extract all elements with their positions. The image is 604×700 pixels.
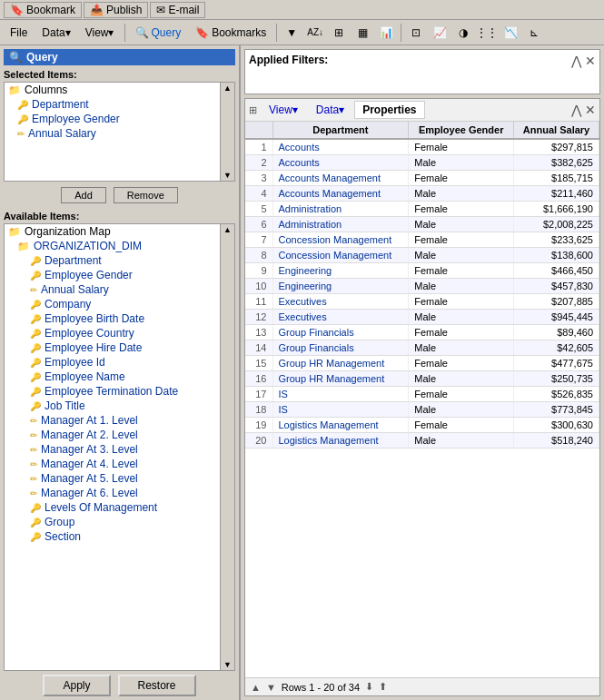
col-gender[interactable]: Employee Gender (409, 122, 514, 139)
table-row[interactable]: 14 Group Financials Male $42,605 (245, 340, 599, 356)
table-row[interactable]: 6 Administration Male $2,008,225 (245, 217, 599, 232)
list-item[interactable]: ✏ Manager At 6. Level (5, 486, 220, 500)
grid-btn[interactable]: ⊞ (328, 23, 350, 43)
row-dept: Accounts Management (272, 186, 409, 202)
list-item[interactable]: ✏ Annual Salary (5, 126, 220, 141)
bookmark-button[interactable]: 🔖 Bookmark (4, 2, 82, 18)
scroll-down-arrow[interactable]: ▼ (222, 171, 233, 180)
list-item[interactable]: ✏ Manager At 2. Level (5, 428, 220, 442)
list-item[interactable]: 📁 Organization Map (5, 224, 220, 239)
scroll-up-arrow[interactable]: ▲ (222, 84, 233, 93)
scroll-up-arrow[interactable]: ▲ (222, 225, 233, 234)
list-item[interactable]: 🔑 Employee Country (5, 326, 220, 340)
list-item[interactable]: 🔑 Levels Of Management (5, 500, 220, 515)
table-row[interactable]: 9 Engineering Female $466,450 (245, 263, 599, 279)
list-item[interactable]: 🔑 Employee Birth Date (5, 311, 220, 326)
chart2-btn[interactable]: 📈 (429, 23, 451, 43)
list-item[interactable]: 🔑 Employee Termination Date (5, 384, 220, 399)
table-row[interactable]: 15 Group HR Management Female $477,675 (245, 356, 599, 371)
list-item[interactable]: 🔑 Employee Hire Date (5, 340, 220, 355)
list-item[interactable]: 📁 ORGANIZATION_DIM (5, 239, 220, 253)
table-row[interactable]: 11 Executives Female $207,885 (245, 294, 599, 310)
list-item[interactable]: ✏ Manager At 3. Level (5, 442, 220, 457)
collapse-icon[interactable]: ⋀ (571, 54, 581, 68)
menu-view[interactable]: View▾ (79, 24, 121, 42)
table-row[interactable]: 13 Group Financials Female $89,460 (245, 325, 599, 340)
item-label: Employee Termination Date (45, 385, 178, 398)
tab-view[interactable]: View▾ (261, 101, 306, 119)
list-item[interactable]: 🔑 Employee Gender (5, 268, 220, 282)
col-department[interactable]: Department (272, 122, 409, 139)
item-label: Employee Gender (45, 269, 133, 281)
line-btn[interactable]: 📉 (500, 23, 521, 43)
table-row[interactable]: 1 Accounts Female $297,815 (245, 139, 599, 155)
list-item[interactable]: ✏ Manager At 5. Level (5, 471, 220, 486)
next-page-sort-arrow[interactable]: ▼ (266, 682, 276, 693)
close-filter-icon[interactable]: ✕ (585, 54, 596, 68)
restore-button[interactable]: Restore (118, 675, 196, 696)
list-item[interactable]: ✏ Manager At 1. Level (5, 413, 220, 428)
publish-button[interactable]: 📤 Publish (84, 2, 148, 18)
table-row[interactable]: 10 Engineering Male $457,830 (245, 279, 599, 294)
col-salary[interactable]: Annual Salary (514, 122, 599, 139)
table-row[interactable]: 5 Administration Female $1,666,190 (245, 202, 599, 217)
table-row[interactable]: 7 Concession Management Female $233,625 (245, 232, 599, 248)
tab-data[interactable]: Data▾ (308, 101, 352, 119)
table-row[interactable]: 19 Logistics Management Female $300,630 (245, 418, 599, 433)
scroll-down-arrow[interactable]: ▼ (222, 660, 233, 669)
chart-bar-btn[interactable]: 📊 (375, 23, 397, 43)
more-charts-btn[interactable]: ⊾ (523, 23, 545, 43)
row-salary: $138,600 (514, 248, 599, 263)
scatter-btn[interactable]: ⋮⋮ (476, 23, 498, 43)
list-item[interactable]: 🔑 Employee Name (5, 370, 220, 384)
item-label: Employee Gender (32, 113, 120, 125)
item-label: Employee Id (45, 356, 105, 369)
table-btn[interactable]: ▦ (352, 23, 373, 43)
table-row[interactable]: 18 IS Male $773,845 (245, 402, 599, 418)
item-label: Annual Salary (41, 283, 109, 296)
table-row[interactable]: 17 IS Female $526,835 (245, 387, 599, 402)
list-item[interactable]: 🔑 Department (5, 97, 220, 112)
table-row[interactable]: 3 Accounts Management Female $185,715 (245, 171, 599, 186)
add-remove-row: Add Remove (4, 187, 235, 203)
close-table-icon[interactable]: ✕ (585, 103, 596, 117)
list-item[interactable]: 🔑 Group (5, 515, 220, 529)
list-item[interactable]: 🔑 Department (5, 253, 220, 268)
table-row[interactable]: 16 Group HR Management Male $250,735 (245, 371, 599, 387)
table-row[interactable]: 4 Accounts Management Male $211,460 (245, 186, 599, 202)
upload-icon[interactable]: ⬆ (379, 681, 387, 693)
list-item[interactable]: 🔑 Section (5, 529, 220, 544)
list-item[interactable]: 📁 Columns (5, 83, 220, 97)
apply-button[interactable]: Apply (43, 675, 110, 696)
row-gender: Male (409, 217, 514, 232)
prev-page-arrow[interactable]: ▲ (251, 682, 261, 693)
pie-btn[interactable]: ◑ (452, 23, 474, 43)
add-button[interactable]: Add (61, 187, 106, 203)
bookmarks-button[interactable]: 🔖 Bookmarks (189, 23, 272, 43)
list-item[interactable]: ✏ Annual Salary (5, 282, 220, 297)
query-button[interactable]: 🔍 Query (129, 23, 188, 43)
list-item[interactable]: 🔑 Company (5, 297, 220, 311)
sort-az-btn[interactable]: AZ↓ (304, 23, 326, 43)
menu-file[interactable]: File (4, 24, 34, 42)
tab-properties[interactable]: Properties (354, 101, 424, 119)
expand-table-icon[interactable]: ⋀ (571, 103, 581, 117)
list-item[interactable]: ✏ Manager At 4. Level (5, 457, 220, 471)
list-item[interactable]: 🔑 Job Title (5, 399, 220, 413)
table-row[interactable]: 8 Concession Management Male $138,600 (245, 248, 599, 263)
row-num: 10 (245, 279, 272, 294)
bookmarks-label: Bookmarks (212, 26, 266, 39)
expand-btn[interactable]: ⊡ (405, 23, 427, 43)
list-item[interactable]: 🔑 Employee Gender (5, 112, 220, 126)
attr-icon: 🔑 (30, 256, 41, 266)
table-row[interactable]: 2 Accounts Male $382,625 (245, 155, 599, 171)
menu-data[interactable]: Data▾ (35, 24, 76, 42)
download-icon[interactable]: ⬇ (365, 681, 373, 693)
list-item[interactable]: 🔑 Employee Id (5, 355, 220, 370)
col-num (245, 122, 272, 139)
table-row[interactable]: 12 Executives Male $945,445 (245, 310, 599, 325)
remove-button[interactable]: Remove (114, 187, 178, 203)
email-button[interactable]: ✉ E-mail (150, 2, 205, 18)
table-row[interactable]: 20 Logistics Management Male $518,240 (245, 433, 599, 449)
filter-icon-btn[interactable]: ▼ (281, 23, 302, 43)
